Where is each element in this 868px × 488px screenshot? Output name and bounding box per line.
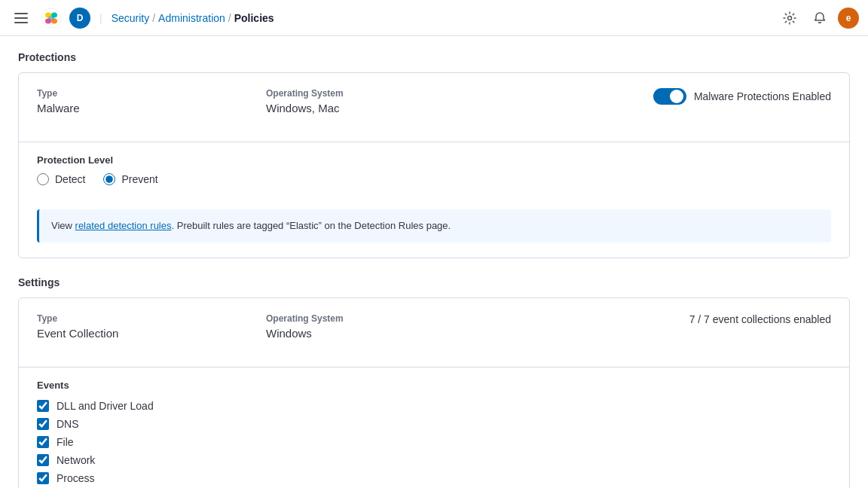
type-column: Type Malware [37, 88, 248, 114]
event-item: DNS [37, 418, 831, 430]
event-checkbox-0[interactable] [37, 400, 49, 412]
event-label-3: Network [57, 454, 95, 466]
toggle-column: Malware Protections Enabled [653, 88, 831, 105]
settings-card-inner: Type Event Collection Operating System W… [19, 298, 849, 355]
event-label-0: DLL and Driver Load [57, 400, 154, 412]
detect-radio-label[interactable]: Detect [37, 173, 85, 185]
nav-left: D | Security / Administration / Policies [9, 6, 772, 30]
prevent-radio[interactable] [103, 173, 115, 185]
event-label-4: Process [57, 472, 95, 484]
user-menu-avatar[interactable]: e [838, 8, 859, 29]
malware-toggle[interactable] [653, 88, 686, 105]
protection-level-section: Protection Level Detect Prevent [19, 154, 849, 200]
hamburger-button[interactable] [9, 6, 33, 30]
svg-rect-2 [14, 22, 28, 23]
svg-rect-1 [14, 17, 28, 19]
event-checkbox-2[interactable] [37, 436, 49, 448]
info-banner: View related detection rules. Prebuilt r… [37, 209, 831, 242]
settings-os-column: Operating System Windows [266, 313, 671, 340]
settings-os-label: Operating System [266, 313, 671, 324]
settings-card: Type Event Collection Operating System W… [18, 297, 850, 489]
svg-rect-0 [14, 13, 28, 14]
detect-radio[interactable] [37, 173, 49, 185]
protections-card-inner: Type Malware Operating System Windows, M… [19, 73, 849, 130]
os-value: Windows, Mac [266, 102, 635, 114]
user-avatar-small[interactable]: D [69, 8, 90, 29]
events-list: DLL and Driver LoadDNSFileNetworkProcess… [37, 400, 831, 489]
settings-section-title: Settings [18, 276, 850, 288]
detect-label: Detect [55, 173, 85, 185]
protections-card: Type Malware Operating System Windows, M… [18, 72, 850, 258]
collections-count: 7 / 7 event collections enabled [689, 313, 831, 325]
breadcrumb-sep2: / [228, 12, 231, 24]
card-divider-1 [19, 142, 849, 142]
detection-rules-link[interactable]: related detection rules [75, 220, 172, 231]
settings-type-label: Type [37, 313, 248, 324]
main-content: Protections Type Malware Operating Syste… [0, 36, 868, 488]
protections-type-os-row: Type Malware Operating System Windows, M… [37, 88, 831, 114]
toggle-slider [653, 88, 686, 105]
protection-level-radio-group: Detect Prevent [37, 173, 831, 185]
prevent-radio-label[interactable]: Prevent [103, 173, 157, 185]
event-checkbox-4[interactable] [37, 472, 49, 484]
event-label-1: DNS [57, 418, 79, 430]
breadcrumb-administration[interactable]: Administration [158, 12, 225, 24]
breadcrumb: Security / Administration / Policies [112, 12, 274, 24]
type-value: Malware [37, 102, 248, 114]
event-item: Process [37, 472, 831, 484]
breadcrumb-current: Policies [234, 12, 274, 24]
svg-point-9 [788, 16, 792, 20]
info-text-prefix: View [51, 220, 75, 231]
prevent-label: Prevent [121, 173, 157, 185]
nav-right: e [778, 6, 859, 30]
elastic-logo [39, 6, 63, 30]
protections-section-title: Protections [18, 51, 850, 63]
settings-type-column: Type Event Collection [37, 313, 248, 340]
os-column: Operating System Windows, Mac [266, 88, 635, 114]
type-label: Type [37, 88, 248, 99]
notifications-button[interactable] [808, 6, 832, 30]
os-label: Operating System [266, 88, 635, 99]
breadcrumb-sep1: / [152, 12, 155, 24]
svg-point-8 [48, 16, 54, 20]
info-text-suffix: . Prebuilt rules are tagged “Elastic” on… [171, 220, 451, 231]
event-item: DLL and Driver Load [37, 400, 831, 412]
settings-os-value: Windows [266, 327, 671, 340]
event-item: Network [37, 454, 831, 466]
protection-level-title: Protection Level [37, 154, 831, 166]
breadcrumb-security[interactable]: Security [112, 12, 150, 24]
event-checkbox-1[interactable] [37, 418, 49, 430]
event-label-2: File [57, 436, 74, 448]
events-title: Events [37, 380, 831, 391]
event-checkbox-3[interactable] [37, 454, 49, 466]
top-navigation: D | Security / Administration / Policies… [0, 0, 868, 36]
settings-button[interactable] [778, 6, 802, 30]
settings-divider [19, 367, 849, 368]
event-item: File [37, 436, 831, 448]
toggle-label: Malware Protections Enabled [694, 90, 831, 102]
events-section: Events DLL and Driver LoadDNSFileNetwork… [19, 380, 849, 489]
settings-type-os-row: Type Event Collection Operating System W… [37, 313, 831, 340]
settings-type-value: Event Collection [37, 327, 248, 340]
